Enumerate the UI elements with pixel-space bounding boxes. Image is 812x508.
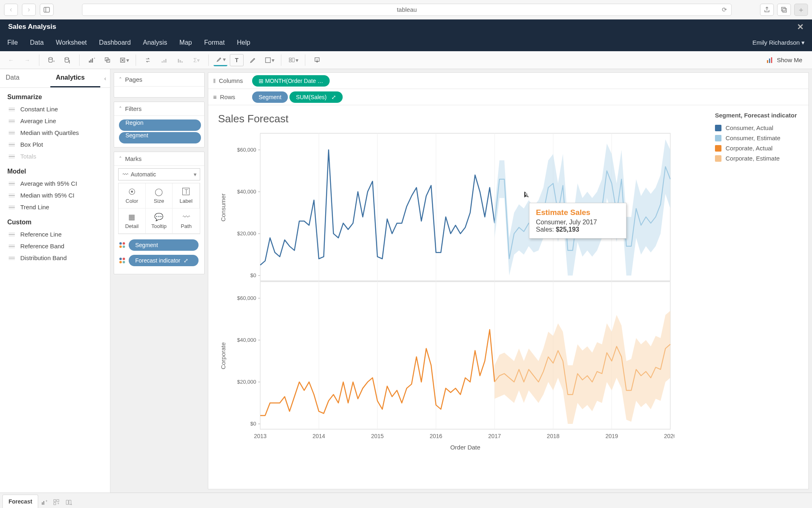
legend-item[interactable]: Consumer, Estimate bbox=[715, 133, 804, 143]
user-menu[interactable]: Emily Richardson ▾ bbox=[752, 39, 805, 46]
legend-item[interactable]: Corporate, Actual bbox=[715, 143, 804, 153]
shelf-pill[interactable]: Segment bbox=[252, 91, 288, 103]
sheet-tab-forecast[interactable]: Forecast bbox=[2, 495, 38, 508]
nav-forward-button[interactable]: › bbox=[22, 4, 36, 16]
svg-text:2013: 2013 bbox=[254, 433, 266, 439]
collapse-sidebar-button[interactable]: ‹ bbox=[100, 69, 110, 87]
clear-button[interactable]: ▾ bbox=[117, 54, 131, 66]
redo-button[interactable]: → bbox=[20, 54, 34, 66]
filter-pill[interactable]: Segment bbox=[119, 132, 201, 143]
menu-map[interactable]: Map bbox=[179, 39, 192, 46]
marks-size[interactable]: ◯Size bbox=[146, 183, 173, 208]
tab-data[interactable]: Data bbox=[0, 69, 50, 87]
analytics-item[interactable]: Average Line bbox=[0, 115, 110, 127]
columns-shelf[interactable]: ⦀Columns ⊞ MONTH(Order Date … bbox=[208, 73, 808, 89]
tabs-button[interactable] bbox=[777, 4, 791, 16]
marks-type-select[interactable]: 〰 Automatic bbox=[118, 168, 200, 180]
size-icon: ◯ bbox=[155, 187, 163, 196]
chevron-icon: ˄ bbox=[119, 156, 122, 162]
chevron-icon: ˄ bbox=[119, 76, 122, 83]
address-bar[interactable]: tableau ⟳ bbox=[82, 4, 732, 16]
analytics-item[interactable]: Box Plot bbox=[0, 139, 110, 150]
cursor-icon bbox=[522, 190, 531, 200]
duplicate-button[interactable] bbox=[101, 54, 114, 66]
show-me-button[interactable]: Show Me bbox=[760, 56, 808, 64]
download-button[interactable] bbox=[310, 54, 324, 66]
rows-shelf[interactable]: ≡Rows SegmentSUM(Sales) ⤢ bbox=[208, 89, 808, 105]
analytics-item[interactable]: Trend Line bbox=[0, 201, 110, 213]
analytics-item[interactable]: Totals bbox=[0, 150, 110, 162]
database-plus-icon: + bbox=[48, 56, 55, 64]
undo-button[interactable]: ← bbox=[4, 54, 18, 66]
totals-button[interactable]: Σ▾ bbox=[190, 54, 203, 66]
annotate-button[interactable] bbox=[246, 54, 260, 66]
svg-point-6 bbox=[65, 57, 69, 59]
svg-rect-21 bbox=[180, 60, 181, 63]
new-worksheet-button[interactable]: + bbox=[38, 497, 50, 508]
marks-detail[interactable]: ▦Detail bbox=[119, 208, 146, 234]
svg-text:2017: 2017 bbox=[488, 433, 501, 439]
left-sidebar: Data Analytics ‹ Summarize Constant Line… bbox=[0, 69, 110, 493]
svg-text:$20,000: $20,000 bbox=[237, 230, 256, 237]
text-button[interactable]: T bbox=[230, 54, 244, 66]
marks-path[interactable]: 〰Path bbox=[173, 208, 200, 234]
pencil-icon bbox=[249, 56, 257, 64]
menu-data[interactable]: Data bbox=[30, 39, 44, 46]
new-datasource-button[interactable]: + bbox=[44, 54, 58, 66]
marks-tooltip[interactable]: 💬Tooltip bbox=[146, 208, 173, 234]
rows-label: Rows bbox=[220, 93, 235, 100]
analytics-item[interactable]: Reference Line bbox=[0, 228, 110, 240]
marks-color[interactable]: ⦿Color bbox=[119, 183, 146, 208]
sort-desc-button[interactable] bbox=[173, 54, 187, 66]
svg-rect-9 bbox=[91, 59, 91, 63]
menu-worksheet[interactable]: Worksheet bbox=[56, 39, 87, 46]
new-sheet-button[interactable]: + bbox=[84, 54, 98, 66]
mark-pill[interactable]: Segment bbox=[129, 239, 199, 251]
toolbar: ← → + ‖ + ▾ Σ▾ ▾ T ▾ ▾ Show Me bbox=[0, 51, 812, 69]
new-story-button[interactable]: + bbox=[63, 497, 75, 508]
workbook-title: Sales Analysis bbox=[8, 23, 56, 31]
analytics-item[interactable]: Average with 95% CI bbox=[0, 178, 110, 189]
svg-rect-26 bbox=[292, 58, 294, 62]
fit-button[interactable]: ▾ bbox=[262, 54, 276, 66]
swap-button[interactable] bbox=[141, 54, 155, 66]
new-dashboard-button[interactable]: + bbox=[50, 497, 63, 508]
close-button[interactable]: ✕ bbox=[797, 22, 804, 32]
tab-analytics[interactable]: Analytics bbox=[50, 69, 101, 87]
legend-label: Consumer, Actual bbox=[726, 124, 773, 131]
analytics-item[interactable]: Median with 95% CI bbox=[0, 189, 110, 201]
shelf-pill[interactable]: SUM(Sales) ⤢ bbox=[289, 91, 343, 103]
svg-rect-109 bbox=[42, 502, 43, 505]
nav-back-button[interactable]: ‹ bbox=[4, 4, 18, 16]
reload-icon[interactable]: ⟳ bbox=[722, 6, 727, 13]
analytics-item[interactable]: Constant Line bbox=[0, 103, 110, 115]
svg-text:+: + bbox=[71, 503, 73, 506]
analytics-item[interactable]: Distribution Band bbox=[0, 252, 110, 264]
mark-pill[interactable]: Forecast indicator ⤢ bbox=[129, 255, 199, 266]
svg-rect-10 bbox=[92, 58, 93, 63]
shelf-pill[interactable]: ⊞ MONTH(Order Date … bbox=[252, 75, 330, 87]
menu-dashboard[interactable]: Dashboard bbox=[99, 39, 131, 46]
menu-help[interactable]: Help bbox=[237, 39, 250, 46]
analytics-item[interactable]: Reference Band bbox=[0, 240, 110, 252]
new-tab-button[interactable]: ＋ bbox=[794, 4, 808, 16]
cards-button[interactable]: ▾ bbox=[286, 54, 300, 66]
legend-item[interactable]: Corporate, Estimate bbox=[715, 153, 804, 163]
share-button[interactable] bbox=[760, 4, 774, 16]
sort-asc-button[interactable] bbox=[157, 54, 171, 66]
visualization[interactable]: Sales Forecast $0$20,000$40,000$60,000Co… bbox=[208, 105, 711, 489]
tabs-icon bbox=[780, 6, 788, 13]
analytics-icon bbox=[8, 193, 15, 198]
line-icon: 〰 bbox=[123, 171, 128, 178]
canvas: ⦀Columns ⊞ MONTH(Order Date … ≡Rows Segm… bbox=[208, 72, 809, 489]
legend-item[interactable]: Consumer, Actual bbox=[715, 123, 804, 133]
menu-analysis[interactable]: Analysis bbox=[143, 39, 167, 46]
highlight-button[interactable]: ▾ bbox=[214, 54, 227, 66]
menu-format[interactable]: Format bbox=[204, 39, 225, 46]
menu-file[interactable]: File bbox=[7, 39, 18, 46]
marks-label[interactable]: 🅃Label bbox=[173, 183, 200, 208]
filter-pill[interactable]: Region bbox=[119, 119, 201, 131]
analytics-item[interactable]: Median with Quartiles bbox=[0, 127, 110, 139]
sidebar-toggle-button[interactable] bbox=[40, 4, 54, 16]
pause-updates-button[interactable]: ‖ bbox=[60, 54, 74, 66]
